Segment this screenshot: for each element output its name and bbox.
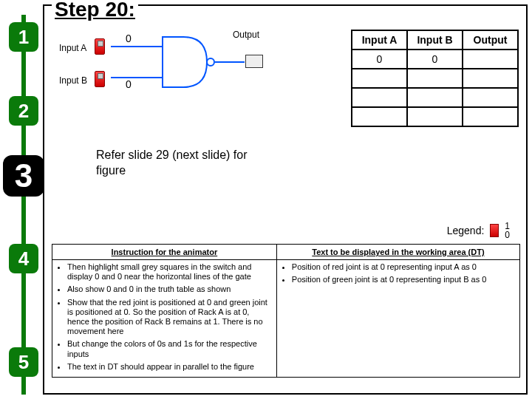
wire-out [215,61,245,63]
instr-left-cell: Then highlight small grey squares in the… [52,260,277,378]
tt-cell: 0 [407,50,463,69]
step-2: 2 [9,96,38,126]
wire-b [111,77,163,78]
instr-left-item: Then highlight small grey squares in the… [67,262,272,282]
legend: Legend: 1 0 [447,222,510,239]
step-3: 3 [3,155,44,197]
input-a-value: 0 [126,33,132,44]
step-1: 1 [9,22,38,52]
step-5: 5 [9,347,38,377]
nand-gate-icon [161,34,220,90]
instr-left-item: Show that the red joint is positioned at… [67,298,272,337]
refer-note: Refer slide 29 (next slide) for figure [96,148,259,179]
tt-header-out: Output [463,30,518,50]
rail-line [21,15,26,395]
step-4: 4 [9,244,38,273]
step-rail: 1 2 3 4 5 [9,15,38,395]
legend-label: Legend: [447,225,485,236]
tt-cell [463,69,518,88]
tt-cell [352,107,407,126]
tt-cell [352,69,407,88]
tt-cell [352,88,407,107]
input-a-label: Input A [59,43,86,53]
switch-b-icon [95,71,105,87]
svg-point-0 [207,58,214,66]
output-box [245,55,263,68]
instr-left-item: But change the colors of 0s and 1s for t… [67,339,272,358]
legend-zero: 0 [505,231,510,239]
tt-cell [407,107,463,126]
legend-swatch-icon [490,224,499,237]
tt-cell [463,50,518,69]
instr-right-cell: Position of red joint is at 0 representi… [276,260,519,378]
truth-table: Input A Input B Output 00 [351,30,519,127]
switch-a-icon [95,38,105,55]
instr-left-item: Also show 0 and 0 in the truth table as … [67,284,272,294]
instr-right-header: Text to be displayed in the working area… [276,245,519,260]
circuit-diagram: Input A 0 Input B 0 Output [59,34,281,123]
output-label: Output [233,30,259,40]
tt-header-b: Input B [407,30,463,50]
step-title: Step 20: [52,0,138,21]
tt-cell: 0 [352,50,407,69]
tt-cell [407,69,463,88]
instr-right-item: Position of green joint is at 0 represen… [292,275,515,284]
tt-header-a: Input A [352,30,407,50]
instr-right-item: Position of red joint is at 0 representi… [292,262,515,272]
instr-left-item: The text in DT should appear in parallel… [67,362,272,372]
input-b-value: 0 [126,78,132,90]
tt-cell [463,88,518,107]
tt-cell [407,88,463,107]
input-b-label: Input B [59,75,87,86]
instruction-table: Instruction for the animator Text to be … [52,244,520,378]
instr-left-header: Instruction for the animator [52,245,277,260]
tt-cell [463,107,518,126]
legend-values: 1 0 [505,222,510,239]
wire-a [111,46,163,47]
